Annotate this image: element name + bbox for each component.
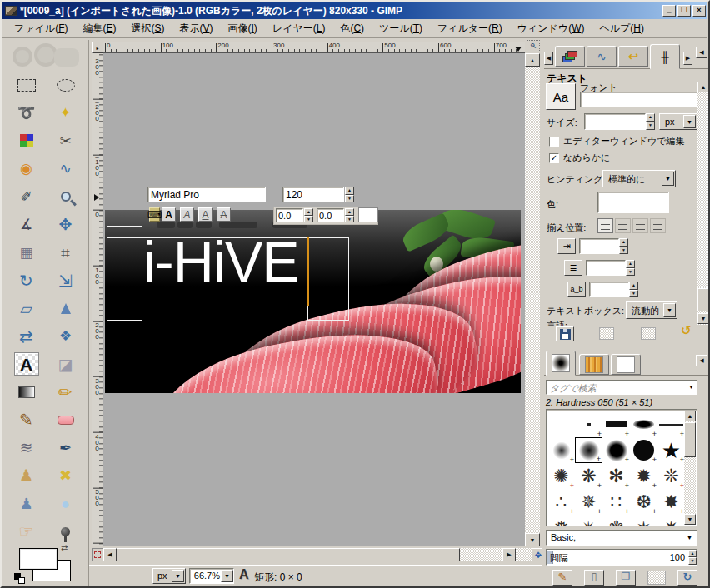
scroll-up-button[interactable]: ▲ — [698, 82, 709, 92]
strikethrough-button[interactable]: A — [217, 207, 231, 222]
tab-paths[interactable]: ∿ — [587, 46, 617, 67]
tool-zoom[interactable] — [53, 185, 78, 208]
maximize-button[interactable]: ❐ — [678, 5, 691, 17]
zoom-follow-window-button[interactable]: 🔍︎ — [527, 40, 540, 52]
brush-tag-dropdown[interactable]: Basic,▼ — [546, 530, 698, 546]
text-editor-icon[interactable]: ⌨ — [149, 207, 160, 222]
tool-cage-transform[interactable]: ❖ — [53, 325, 78, 348]
tool-gradient[interactable] — [14, 381, 39, 404]
tool-perspective[interactable] — [53, 296, 78, 320]
text-box-handle[interactable] — [308, 306, 349, 321]
underline-button[interactable]: A — [198, 207, 212, 222]
duplicate-brush-button[interactable]: ❐ — [616, 570, 636, 586]
scroll-left-button[interactable]: ◀ — [103, 548, 117, 561]
tool-scale[interactable]: ⇲ — [53, 269, 78, 292]
brush-item[interactable]: + — [602, 411, 630, 437]
scroll-right-button[interactable]: ▶ — [502, 548, 516, 561]
indent-icon[interactable]: ⇥ — [558, 238, 576, 254]
unit-dropdown[interactable]: px▼ — [152, 568, 186, 584]
checkbox-unchecked[interactable] — [549, 137, 559, 147]
brush-item[interactable]: ✻+ — [602, 463, 630, 489]
tab-undo-history[interactable]: ↩ — [618, 46, 648, 67]
tool-airbrush[interactable]: ≋ — [14, 436, 39, 460]
menu-s[interactable]: 選択(S) — [124, 20, 171, 37]
tool-smudge[interactable]: ☞ — [14, 520, 39, 543]
tab-patterns[interactable] — [579, 354, 609, 375]
menu-v[interactable]: 表示(V) — [173, 20, 220, 37]
brush-item[interactable]: ✵+ — [575, 489, 602, 515]
size-unit-dropdown[interactable]: px▼ — [659, 113, 698, 130]
tool-align[interactable]: ▦ — [14, 241, 39, 264]
checkbox-checked[interactable]: ✓ — [549, 153, 559, 163]
swap-colors-icon[interactable]: ⇄ — [61, 543, 68, 552]
size-spinner[interactable]: ▲▼ — [646, 113, 655, 130]
tool-paintbrush[interactable]: ✎ — [14, 408, 39, 431]
scroll-down-button[interactable]: ▼ — [525, 533, 540, 546]
brush-item[interactable]: + — [658, 411, 685, 437]
kerning-input[interactable] — [317, 208, 344, 222]
brush-item[interactable]: ∷+ — [602, 489, 630, 515]
tool-ellipse-select[interactable] — [53, 73, 78, 97]
brush-item[interactable]: + — [548, 437, 575, 463]
new-brush-button[interactable]: ▯ — [584, 570, 604, 586]
minimize-button[interactable]: _ — [662, 5, 676, 17]
letter-spacing-icon[interactable]: a_b — [568, 282, 586, 297]
tool-perspective-clone[interactable]: ♟ — [14, 492, 39, 516]
line-spacing-icon[interactable]: ≣ — [564, 260, 582, 276]
brush-item[interactable]: + — [602, 437, 630, 463]
edit-window-checkbox-row[interactable]: エディターウィンドウで編集 — [549, 135, 685, 147]
menu-t[interactable]: ツール(T) — [372, 20, 429, 37]
ruler-corner-button[interactable]: ▸ — [92, 42, 103, 53]
tool-ink[interactable]: ✒ — [53, 436, 78, 460]
menu-i[interactable]: 画像(I) — [222, 20, 264, 37]
brushes-menu-button[interactable]: ◀ — [696, 355, 708, 366]
tool-eraser[interactable] — [53, 408, 78, 431]
menu-h[interactable]: ヘルプ(H) — [593, 20, 652, 37]
hscroll-thumb[interactable] — [117, 548, 460, 561]
overlay-color-swatch[interactable] — [358, 207, 378, 222]
brush-search-input[interactable]: タグで検索 ▼ — [546, 380, 698, 395]
brush-item[interactable]: ❃ — [602, 515, 630, 526]
text-color-button[interactable] — [598, 192, 669, 213]
brush-item[interactable]: + — [630, 411, 658, 437]
letter-spacing-spinner[interactable]: ▲▼ — [629, 282, 638, 297]
tool-crop[interactable]: ⌗ — [53, 241, 78, 264]
tab-tool-options[interactable]: ╫ — [650, 44, 680, 69]
brush-item[interactable]: + — [630, 437, 658, 463]
tool-foreground-select[interactable]: ◉ — [14, 157, 39, 181]
text-box-handle[interactable] — [107, 226, 142, 237]
brush-item[interactable]: ★+ — [658, 437, 685, 463]
restore-options-button[interactable] — [599, 327, 614, 340]
kerning-spinner[interactable]: ▲▼ — [345, 208, 354, 222]
justify-left-button[interactable] — [598, 218, 613, 233]
letter-spacing-input[interactable] — [589, 282, 629, 297]
tool-text[interactable]: A — [14, 352, 39, 376]
tool-bucket-fill[interactable]: ◪ — [53, 352, 78, 376]
tool-scissors-select[interactable]: ✂ — [53, 129, 78, 152]
save-options-button[interactable] — [556, 326, 574, 341]
indent-spinner[interactable]: ▲▼ — [619, 238, 628, 254]
justify-center-button[interactable] — [615, 218, 631, 233]
tool-rectangle-select[interactable] — [14, 73, 39, 97]
line-spacing-input[interactable] — [586, 260, 626, 276]
brush-item-selected[interactable]: + — [575, 437, 602, 463]
default-colors-icon[interactable] — [14, 573, 25, 584]
scroll-down-button[interactable]: ▼ — [684, 514, 696, 525]
scroll-up-button[interactable]: ▲ — [684, 411, 696, 421]
tab-brushes[interactable] — [546, 351, 576, 376]
font-preview-button[interactable]: Aa — [546, 83, 576, 110]
tool-pencil[interactable]: ✏ — [53, 381, 78, 404]
tool-options-scrollbar[interactable]: ▲ ▼ — [698, 82, 709, 325]
overlay-size-spinner[interactable]: ▲▼ — [345, 187, 354, 202]
tool-paths[interactable]: ∿ — [53, 157, 78, 181]
tab-layers[interactable] — [555, 46, 585, 67]
tool-heal[interactable]: ✖ — [53, 464, 78, 487]
text-box-handle[interactable] — [107, 306, 142, 321]
tool-measure[interactable]: ∡ — [14, 213, 39, 237]
menu-r[interactable]: フィルター(R) — [431, 20, 509, 37]
menu-w[interactable]: ウィンドウ(W) — [511, 20, 592, 37]
antialias-checkbox-row[interactable]: ✓ なめらかに — [549, 152, 610, 164]
scroll-up-button[interactable]: ▲ — [525, 53, 540, 67]
reset-options-button[interactable]: ↺ — [681, 323, 692, 338]
justify-fill-button[interactable] — [650, 218, 666, 233]
